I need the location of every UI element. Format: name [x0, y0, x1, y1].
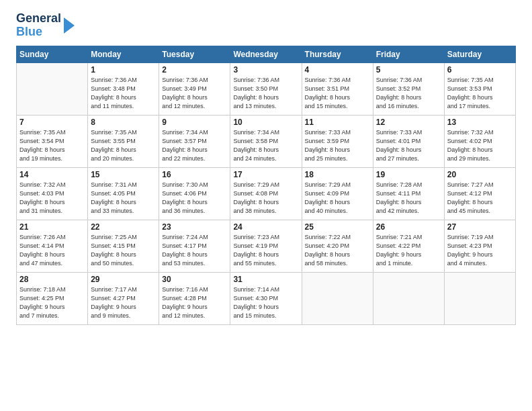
calendar-cell: 11Sunrise: 7:33 AM Sunset: 3:59 PM Dayli… [302, 115, 373, 167]
day-number: 6 [447, 65, 513, 75]
day-number: 9 [162, 118, 227, 127]
day-info: Sunrise: 7:36 AM Sunset: 3:51 PM Dayligh… [305, 76, 370, 111]
day-info: Sunrise: 7:28 AM Sunset: 4:11 PM Dayligh… [376, 181, 441, 216]
calendar-cell: 28Sunrise: 7:18 AM Sunset: 4:25 PM Dayli… [17, 272, 88, 324]
day-number: 27 [447, 222, 513, 232]
calendar-cell: 18Sunrise: 7:29 AM Sunset: 4:09 PM Dayli… [302, 167, 373, 220]
calendar-cell: 22Sunrise: 7:25 AM Sunset: 4:15 PM Dayli… [88, 220, 159, 272]
calendar-cell: 15Sunrise: 7:31 AM Sunset: 4:05 PM Dayli… [88, 167, 159, 220]
calendar-table: SundayMondayTuesdayWednesdayThursdayFrid… [16, 46, 516, 325]
day-number: 2 [162, 65, 227, 75]
calendar-cell: 27Sunrise: 7:19 AM Sunset: 4:23 PM Dayli… [444, 220, 515, 272]
day-info: Sunrise: 7:36 AM Sunset: 3:50 PM Dayligh… [233, 76, 298, 111]
day-info: Sunrise: 7:27 AM Sunset: 4:12 PM Dayligh… [447, 181, 513, 216]
day-info: Sunrise: 7:32 AM Sunset: 4:02 PM Dayligh… [447, 128, 513, 163]
weekday-header-saturday: Saturday [444, 46, 515, 62]
day-info: Sunrise: 7:35 AM Sunset: 3:54 PM Dayligh… [19, 128, 85, 163]
day-info: Sunrise: 7:31 AM Sunset: 4:05 PM Dayligh… [91, 181, 156, 216]
day-number: 19 [376, 170, 441, 179]
day-info: Sunrise: 7:17 AM Sunset: 4:27 PM Dayligh… [91, 285, 156, 320]
day-info: Sunrise: 7:34 AM Sunset: 3:58 PM Dayligh… [233, 128, 298, 163]
calendar-cell: 17Sunrise: 7:29 AM Sunset: 4:08 PM Dayli… [230, 167, 302, 220]
weekday-header-wednesday: Wednesday [230, 46, 302, 62]
day-info: Sunrise: 7:29 AM Sunset: 4:09 PM Dayligh… [305, 181, 370, 216]
day-info: Sunrise: 7:30 AM Sunset: 4:06 PM Dayligh… [162, 181, 227, 216]
header: General Blue [16, 12, 516, 39]
week-row-3: 14Sunrise: 7:32 AM Sunset: 4:03 PM Dayli… [17, 167, 516, 220]
day-info: Sunrise: 7:19 AM Sunset: 4:23 PM Dayligh… [447, 233, 513, 268]
day-info: Sunrise: 7:32 AM Sunset: 4:03 PM Dayligh… [19, 181, 85, 216]
day-info: Sunrise: 7:35 AM Sunset: 3:55 PM Dayligh… [91, 128, 156, 163]
logo-general: General [16, 12, 61, 26]
calendar-cell: 9Sunrise: 7:34 AM Sunset: 3:57 PM Daylig… [159, 115, 230, 167]
day-number: 20 [447, 170, 513, 179]
calendar-cell: 4Sunrise: 7:36 AM Sunset: 3:51 PM Daylig… [302, 62, 373, 115]
svg-marker-0 [64, 17, 75, 34]
week-row-1: 1Sunrise: 7:36 AM Sunset: 3:48 PM Daylig… [17, 62, 516, 115]
week-row-2: 7Sunrise: 7:35 AM Sunset: 3:54 PM Daylig… [17, 115, 516, 167]
day-number: 8 [91, 118, 156, 127]
weekday-header-monday: Monday [88, 46, 159, 62]
day-number: 13 [447, 118, 513, 127]
day-info: Sunrise: 7:36 AM Sunset: 3:52 PM Dayligh… [376, 76, 441, 111]
day-number: 29 [91, 275, 156, 284]
calendar-cell: 29Sunrise: 7:17 AM Sunset: 4:27 PM Dayli… [88, 272, 159, 324]
weekday-header-sunday: Sunday [17, 46, 88, 62]
day-number: 25 [305, 222, 370, 232]
day-info: Sunrise: 7:24 AM Sunset: 4:17 PM Dayligh… [162, 233, 227, 268]
day-info: Sunrise: 7:25 AM Sunset: 4:15 PM Dayligh… [91, 233, 156, 268]
calendar-cell: 30Sunrise: 7:16 AM Sunset: 4:28 PM Dayli… [159, 272, 230, 324]
day-number: 1 [91, 65, 156, 75]
calendar-cell: 14Sunrise: 7:32 AM Sunset: 4:03 PM Dayli… [17, 167, 88, 220]
calendar-cell: 10Sunrise: 7:34 AM Sunset: 3:58 PM Dayli… [230, 115, 302, 167]
day-number: 24 [233, 222, 298, 232]
day-number: 21 [19, 222, 85, 232]
day-number: 31 [233, 275, 298, 284]
calendar-cell [444, 272, 515, 324]
day-info: Sunrise: 7:23 AM Sunset: 4:19 PM Dayligh… [233, 233, 298, 268]
calendar-cell: 19Sunrise: 7:28 AM Sunset: 4:11 PM Dayli… [373, 167, 444, 220]
calendar-cell: 16Sunrise: 7:30 AM Sunset: 4:06 PM Dayli… [159, 167, 230, 220]
day-number: 3 [233, 65, 298, 75]
weekday-header-tuesday: Tuesday [159, 46, 230, 62]
day-info: Sunrise: 7:21 AM Sunset: 4:22 PM Dayligh… [376, 233, 441, 268]
day-info: Sunrise: 7:18 AM Sunset: 4:25 PM Dayligh… [19, 285, 85, 320]
calendar-cell: 25Sunrise: 7:22 AM Sunset: 4:20 PM Dayli… [302, 220, 373, 272]
day-number: 14 [19, 170, 85, 179]
calendar-cell: 24Sunrise: 7:23 AM Sunset: 4:19 PM Dayli… [230, 220, 302, 272]
calendar-cell: 7Sunrise: 7:35 AM Sunset: 3:54 PM Daylig… [17, 115, 88, 167]
day-number: 11 [305, 118, 370, 127]
logo-blue: Blue [16, 26, 61, 39]
day-info: Sunrise: 7:26 AM Sunset: 4:14 PM Dayligh… [19, 233, 85, 268]
day-number: 22 [91, 222, 156, 232]
calendar-cell: 12Sunrise: 7:33 AM Sunset: 4:01 PM Dayli… [373, 115, 444, 167]
calendar-cell: 5Sunrise: 7:36 AM Sunset: 3:52 PM Daylig… [373, 62, 444, 115]
day-number: 15 [91, 170, 156, 179]
calendar-cell [17, 62, 88, 115]
day-info: Sunrise: 7:35 AM Sunset: 3:53 PM Dayligh… [447, 76, 513, 111]
day-number: 26 [376, 222, 441, 232]
calendar-cell: 20Sunrise: 7:27 AM Sunset: 4:12 PM Dayli… [444, 167, 515, 220]
day-number: 4 [305, 65, 370, 75]
calendar-cell: 2Sunrise: 7:36 AM Sunset: 3:49 PM Daylig… [159, 62, 230, 115]
logo-brand: General Blue [16, 12, 76, 39]
day-number: 10 [233, 118, 298, 127]
week-row-4: 21Sunrise: 7:26 AM Sunset: 4:14 PM Dayli… [17, 220, 516, 272]
weekday-header-thursday: Thursday [302, 46, 373, 62]
day-info: Sunrise: 7:33 AM Sunset: 3:59 PM Dayligh… [305, 128, 370, 163]
calendar-cell: 1Sunrise: 7:36 AM Sunset: 3:48 PM Daylig… [88, 62, 159, 115]
logo: General Blue [16, 12, 76, 39]
page: General Blue SundayMondayTuesdayWednesda… [0, 0, 532, 411]
day-number: 7 [19, 118, 85, 127]
day-number: 17 [233, 170, 298, 179]
week-row-5: 28Sunrise: 7:18 AM Sunset: 4:25 PM Dayli… [17, 272, 516, 324]
calendar-cell [373, 272, 444, 324]
day-info: Sunrise: 7:29 AM Sunset: 4:08 PM Dayligh… [233, 181, 298, 216]
weekday-header-row: SundayMondayTuesdayWednesdayThursdayFrid… [17, 46, 516, 62]
day-number: 30 [162, 275, 227, 284]
day-number: 12 [376, 118, 441, 127]
weekday-header-friday: Friday [373, 46, 444, 62]
day-number: 23 [162, 222, 227, 232]
calendar-cell: 23Sunrise: 7:24 AM Sunset: 4:17 PM Dayli… [159, 220, 230, 272]
day-info: Sunrise: 7:33 AM Sunset: 4:01 PM Dayligh… [376, 128, 441, 163]
